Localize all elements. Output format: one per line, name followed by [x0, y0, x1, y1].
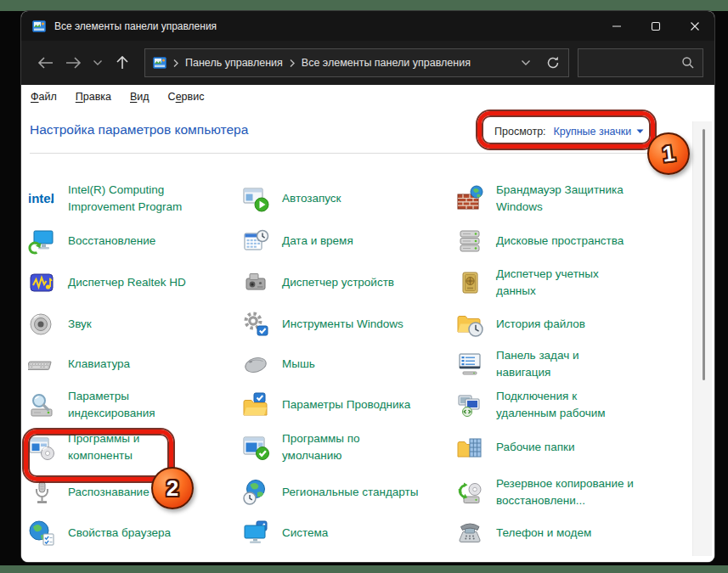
address-dropdown-icon[interactable]	[521, 59, 531, 66]
control-panel-item[interactable]: Автозапуск	[242, 185, 456, 212]
control-panel-item[interactable]: Звук	[28, 311, 242, 338]
storage-spaces-icon	[456, 228, 483, 255]
step-badge-2-number: 2	[166, 475, 178, 502]
view-value-text: Крупные значки	[554, 126, 632, 138]
breadcrumb-chevron-icon	[172, 59, 179, 68]
recovery-icon	[28, 228, 55, 255]
control-panel-app-icon	[32, 20, 46, 33]
item-label: Диспетчер Realtek HD	[68, 274, 186, 291]
item-label: Клавиатура	[68, 356, 130, 373]
control-panel-item[interactable]: Телефон и модем	[456, 520, 670, 547]
control-panel-item[interactable]: Брандмауэр Защитника Windows	[456, 182, 670, 215]
scrollbar-track[interactable]	[692, 121, 712, 556]
view-value-dropdown[interactable]: Крупные значки	[554, 126, 645, 138]
internet-options-icon	[28, 520, 55, 547]
menu-item-2[interactable]: Вид	[130, 91, 150, 103]
back-button[interactable]	[32, 55, 59, 70]
indexing-icon	[28, 391, 55, 419]
taskbar-icon	[456, 351, 483, 378]
maximize-button[interactable]	[636, 11, 675, 41]
work-folders-icon	[456, 434, 483, 461]
sound-icon	[28, 311, 55, 338]
control-panel-item[interactable]: Подключения к удаленным рабочим	[456, 388, 670, 421]
up-button[interactable]	[109, 54, 136, 71]
control-panel-window: Все элементы панели управления	[21, 11, 714, 562]
control-panel-item[interactable]: Дисковые пространства	[456, 228, 670, 255]
control-panel-item[interactable]: Диспетчер учетных данных	[456, 266, 670, 299]
remote-desktop-icon	[456, 391, 483, 419]
refresh-icon[interactable]	[545, 55, 561, 70]
system-icon	[242, 520, 269, 547]
page-title: Настройка параметров компьютера	[30, 122, 248, 138]
item-label: Инструменты Windows	[282, 316, 404, 333]
desktop-background-bottom	[0, 565, 728, 573]
intel-icon	[28, 185, 55, 212]
minimize-button[interactable]	[597, 11, 636, 41]
control-panel-item[interactable]: Свойства браузера	[28, 520, 242, 547]
item-label: Брандмауэр Защитника Windows	[496, 182, 624, 215]
recent-pages-button[interactable]	[87, 59, 109, 66]
control-panel-item[interactable]: Программы и компоненты	[28, 430, 242, 463]
menu-item-1[interactable]: Правка	[76, 91, 111, 103]
search-box[interactable]	[578, 48, 703, 77]
item-label: Параметры Проводника	[282, 396, 410, 413]
item-label: Свойства браузера	[68, 525, 171, 542]
breadcrumb[interactable]: Панель управления Все элементы панели уп…	[144, 48, 569, 77]
item-label: История файлов	[496, 316, 585, 333]
breadcrumb-item-control-panel[interactable]: Панель управления	[185, 57, 283, 69]
item-label: Подключения к удаленным рабочим	[496, 388, 606, 421]
control-panel-item[interactable]: Параметры индексирования	[28, 388, 242, 421]
item-label: Региональные стандарты	[282, 484, 418, 501]
control-panel-item[interactable]: Диспетчер Realtek HD	[28, 269, 242, 296]
item-label: Телефон и модем	[496, 525, 591, 542]
header-divider	[30, 153, 689, 154]
item-label: Программы по умолчанию	[282, 430, 360, 463]
up-arrow-icon	[115, 54, 130, 71]
control-panel-item[interactable]: Рабочие папки	[456, 434, 670, 461]
control-panel-item[interactable]: Мышь	[242, 351, 456, 378]
firewall-icon	[456, 185, 483, 212]
file-history-icon	[456, 311, 483, 338]
control-panel-item[interactable]: Дата и время	[242, 228, 456, 255]
control-panel-item[interactable]: Восстановление	[28, 228, 242, 255]
control-panel-item[interactable]: Клавиатура	[28, 351, 242, 378]
phone-modem-icon	[456, 520, 483, 547]
search-icon[interactable]	[681, 56, 695, 70]
window-title: Все элементы панели управления	[54, 20, 217, 32]
breadcrumb-chevron-icon	[289, 59, 296, 68]
close-button[interactable]	[675, 11, 714, 41]
view-dropdown-caret-icon	[636, 129, 644, 134]
control-panel-item[interactable]: Инструменты Windows	[242, 311, 456, 338]
maximize-icon	[648, 19, 663, 34]
breadcrumb-item-all-items[interactable]: Все элементы панели управления	[302, 57, 471, 69]
menu-item-0[interactable]: Файл	[31, 91, 57, 103]
control-panel-item[interactable]: Региональные стандарты	[242, 479, 456, 506]
control-panel-item[interactable]: Диспетчер устройств	[242, 269, 456, 296]
control-panel-item[interactable]: История файлов	[456, 311, 670, 338]
control-panel-item[interactable]: Распознавание речи	[28, 479, 242, 506]
scrollbar-thumb[interactable]	[703, 129, 705, 380]
keyboard-icon	[28, 351, 55, 378]
realtek-icon	[28, 269, 55, 296]
control-panel-item[interactable]: Intel(R) Computing Improvement Program	[28, 182, 242, 215]
item-label: Дисковые пространства	[496, 233, 624, 250]
control-panel-item[interactable]: Резервное копирование и восстановлени...	[456, 475, 670, 508]
forward-button[interactable]	[59, 55, 87, 70]
control-panel-item[interactable]: Панель задач и навигация	[456, 347, 670, 380]
backup-icon	[456, 479, 483, 506]
item-label: Мышь	[282, 356, 315, 373]
menu-item-3[interactable]: Сервис	[168, 91, 205, 103]
close-icon	[687, 19, 703, 34]
credential-manager-icon	[456, 269, 483, 296]
control-panel-item[interactable]: Параметры Проводника	[242, 391, 456, 419]
explorer-options-icon	[242, 391, 269, 419]
item-label: Панель задач и навигация	[496, 347, 579, 380]
back-arrow-icon	[37, 55, 55, 70]
item-label: Диспетчер учетных данных	[496, 266, 599, 299]
control-panel-item[interactable]: Программы по умолчанию	[242, 430, 456, 463]
content-area: Настройка параметров компьютера Просмотр…	[21, 108, 714, 562]
control-panel-item[interactable]: Система	[242, 520, 456, 547]
search-input[interactable]	[586, 56, 681, 70]
desktop-background-top	[0, 0, 728, 11]
item-label: Рабочие папки	[496, 439, 574, 456]
